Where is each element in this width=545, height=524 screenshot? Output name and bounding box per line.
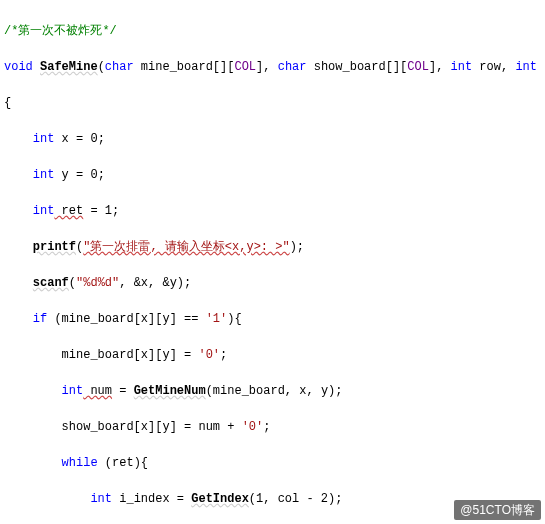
fn-getminenum: GetMineNum bbox=[134, 384, 206, 398]
comment-line: /*第一次不被炸死*/ bbox=[4, 24, 117, 38]
kw-void: void bbox=[4, 60, 33, 74]
fn-getindex: GetIndex bbox=[191, 492, 249, 506]
fn-safemine: SafeMine bbox=[40, 60, 98, 74]
brace-open: { bbox=[4, 96, 11, 110]
code-block: /*第一次不被炸死*/ void SafeMine(char mine_boar… bbox=[0, 0, 545, 524]
fn-printf: printf bbox=[33, 240, 76, 254]
watermark-badge: @51CTO博客 bbox=[454, 500, 541, 520]
fn-scanf: scanf bbox=[33, 276, 69, 290]
